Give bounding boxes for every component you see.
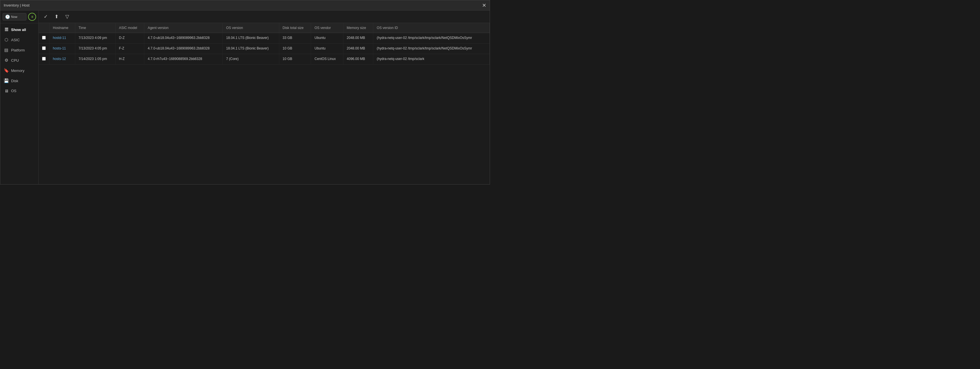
col-header-disk-total-size: Disk total size	[279, 23, 311, 33]
row-time: 7/13/2023 4:05 pm	[75, 43, 115, 54]
row-os-version: 7 (Core)	[223, 54, 279, 64]
toolbar: ✓ ⬆ ▽	[39, 11, 490, 23]
time-button-label: Now	[11, 15, 18, 19]
os-icon: 🖥	[4, 88, 9, 93]
title-bar: Inventory | Host ✕	[0, 0, 490, 11]
col-header-os-version-id: OS version ID	[373, 23, 490, 33]
col-header-os-vendor: OS vendor	[311, 23, 343, 33]
sidebar-item-label: Show all	[11, 27, 26, 32]
col-header-memory-size: Memory size	[343, 23, 373, 33]
row-disk-total-size: 33 GB	[279, 33, 311, 43]
inventory-table: Hostname Time ASIC model Agent version O…	[39, 23, 490, 64]
sidebar-item-label: Platform	[11, 48, 25, 52]
row-checkbox[interactable]	[42, 46, 46, 50]
row-os-version-id: (hydra-netq-user-02 /tmp/sclark	[373, 54, 490, 64]
platform-icon: ▤	[4, 48, 9, 53]
row-hostname: hostd-11	[49, 33, 75, 43]
row-os-version: 18.04.1 LTS (Bionic Beaver)	[223, 33, 279, 43]
row-agent-version: 4.7.0-ub18.04u43~1689089963.2bb8328	[144, 33, 223, 43]
row-agent-version: 4.7.0-rh7u43~1689088569.2bb8328	[144, 54, 223, 64]
row-checkbox-cell	[39, 43, 49, 54]
sidebar-item-os[interactable]: 🖥 OS	[0, 86, 38, 96]
close-button[interactable]: ✕	[482, 2, 486, 8]
pause-button[interactable]: ⏸	[28, 13, 36, 21]
time-button[interactable]: 🕐 Now	[3, 13, 26, 21]
cpu-icon: ⚙	[4, 58, 9, 63]
table-row: hosts-117/13/2023 4:05 pmF-Z4.7.0-ub18.0…	[39, 43, 490, 54]
row-os-vendor: Ubuntu	[311, 43, 343, 54]
hostname-link[interactable]: hosts-11	[53, 46, 66, 50]
sidebar-nav: ☰ Show all ⬡ ASIC ▤ Platform ⚙ CPU	[0, 23, 38, 184]
sidebar: 🕐 Now ⏸ ☰ Show all ⬡ ASIC ▤	[0, 11, 39, 184]
upload-button[interactable]: ⬆	[53, 13, 60, 21]
table-body: hostd-117/13/2023 4:09 pmD-Z4.7.0-ub18.0…	[39, 33, 490, 64]
content-area: ✓ ⬆ ▽ Hostname Time ASIC model Agent ver…	[39, 11, 490, 184]
row-checkbox-cell	[39, 33, 49, 43]
table-row: hostd-117/13/2023 4:09 pmD-Z4.7.0-ub18.0…	[39, 33, 490, 43]
row-os-vendor: CentOS Linux	[311, 54, 343, 64]
app-window: Inventory | Host ✕ 🕐 Now ⏸ ☰ Show all	[0, 0, 490, 184]
row-asic-model: H-Z	[115, 54, 144, 64]
row-checkbox[interactable]	[42, 36, 46, 40]
row-disk-total-size: 10 GB	[279, 43, 311, 54]
sidebar-item-show-all[interactable]: ☰ Show all	[0, 24, 38, 35]
row-agent-version: 4.7.0-ub18.04u43~1689089963.2bb8328	[144, 43, 223, 54]
col-header-time: Time	[75, 23, 115, 33]
table-header-row: Hostname Time ASIC model Agent version O…	[39, 23, 490, 33]
row-asic-model: F-Z	[115, 43, 144, 54]
row-os-version-id: (hydra-netq-user-02 /tmp/sclark/tmp/scla…	[373, 43, 490, 54]
hostname-link[interactable]: hostd-11	[53, 36, 66, 40]
title-bar-title: Inventory | Host	[4, 3, 30, 7]
col-header-hostname: Hostname	[49, 23, 75, 33]
asic-icon: ⬡	[4, 37, 9, 42]
time-control: 🕐 Now ⏸	[0, 11, 38, 23]
row-os-vendor: Ubuntu	[311, 33, 343, 43]
sidebar-item-cpu[interactable]: ⚙ CPU	[0, 55, 38, 65]
clock-icon: 🕐	[5, 14, 10, 19]
row-memory-size: 2048.00 MB	[343, 43, 373, 54]
sidebar-item-asic[interactable]: ⬡ ASIC	[0, 35, 38, 45]
row-os-version: 18.04.1 LTS (Bionic Beaver)	[223, 43, 279, 54]
check-button[interactable]: ✓	[42, 13, 49, 21]
row-memory-size: 4096.00 MB	[343, 54, 373, 64]
row-disk-total-size: 10 GB	[279, 54, 311, 64]
disk-icon: 💾	[4, 78, 9, 83]
memory-icon: 🔖	[4, 68, 9, 73]
sidebar-item-label: ASIC	[11, 38, 20, 42]
col-header-agent-version: Agent version	[144, 23, 223, 33]
sidebar-item-memory[interactable]: 🔖 Memory	[0, 65, 38, 76]
row-os-version-id: (hydra-netq-user-02 /tmp/sclark/tmp/scla…	[373, 33, 490, 43]
row-checkbox-cell	[39, 54, 49, 64]
table-row: hosts-127/14/2023 1:05 pmH-Z4.7.0-rh7u43…	[39, 54, 490, 64]
sidebar-item-label: Disk	[11, 79, 18, 83]
sidebar-item-label: Memory	[11, 69, 24, 73]
sidebar-item-disk[interactable]: 💾 Disk	[0, 76, 38, 86]
sidebar-item-label: OS	[11, 89, 16, 93]
main-layout: 🕐 Now ⏸ ☰ Show all ⬡ ASIC ▤	[0, 11, 490, 184]
show-all-icon: ☰	[4, 27, 9, 32]
row-hostname: hosts-11	[49, 43, 75, 54]
table-container: Hostname Time ASIC model Agent version O…	[39, 23, 490, 184]
row-checkbox[interactable]	[42, 57, 46, 61]
sidebar-item-platform[interactable]: ▤ Platform	[0, 45, 38, 55]
col-header-asic-model: ASIC model	[115, 23, 144, 33]
row-asic-model: D-Z	[115, 33, 144, 43]
col-header-checkbox	[39, 23, 49, 33]
sidebar-item-label: CPU	[11, 58, 19, 62]
row-memory-size: 2048.00 MB	[343, 33, 373, 43]
filter-button[interactable]: ▽	[64, 13, 71, 21]
col-header-os-version: OS version	[223, 23, 279, 33]
row-time: 7/14/2023 1:05 pm	[75, 54, 115, 64]
row-time: 7/13/2023 4:09 pm	[75, 33, 115, 43]
row-hostname: hosts-12	[49, 54, 75, 64]
hostname-link[interactable]: hosts-12	[53, 57, 66, 61]
